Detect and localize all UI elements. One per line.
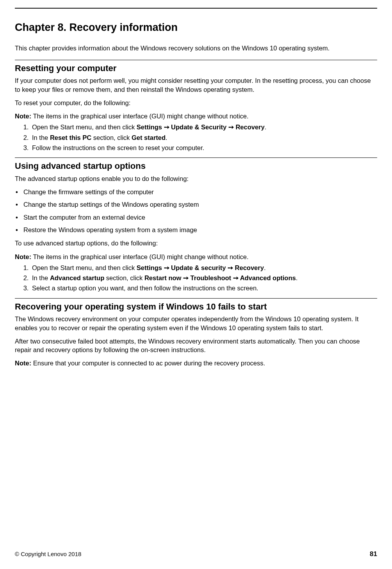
sec3-para1: The Windows recovery environment on your… [15, 315, 377, 332]
sec2-para1: The advanced startup options enable you … [15, 174, 377, 183]
bold-text: Restart now [144, 274, 181, 281]
sec1-para2: To reset your computer, do the following… [15, 98, 377, 107]
note-label: Note: [15, 360, 31, 367]
sec1-note: Note: The items in the graphical user in… [15, 112, 377, 120]
text: section, click [91, 134, 132, 141]
bold-text: Update & Security [171, 123, 226, 131]
text: Open the Start menu, and then click [32, 264, 137, 271]
text: . [264, 264, 266, 271]
sec1-step1: Open the Start menu, and then click Sett… [30, 123, 377, 131]
bold-text: Advanced options [240, 274, 296, 281]
text: In the [32, 134, 50, 141]
note-label: Note: [15, 253, 31, 260]
bold-text: Settings [137, 123, 162, 131]
text: section, click [104, 274, 144, 281]
chapter-title: Chapter 8. Recovery information [15, 20, 377, 34]
sec2-para2: To use advanced startup options, do the … [15, 239, 377, 247]
arrow-icon: ➙ [226, 264, 235, 271]
sec2-bullets: Change the firmware settings of the comp… [15, 188, 377, 234]
sec3-heading: Recovering your operating system if Wind… [15, 301, 377, 313]
note-text: The items in the graphical user interfac… [31, 113, 248, 120]
page-footer: © Copyright Lenovo 2018 81 [15, 550, 377, 559]
text: . [166, 134, 167, 141]
text: . [296, 274, 298, 281]
sec1-steps: Open the Start menu, and then click Sett… [15, 123, 377, 152]
sec2-bullet: Change the firmware settings of the comp… [15, 188, 377, 196]
bold-text: Settings [137, 264, 162, 271]
sec2-bullet: Restore the Windows operating system fro… [15, 225, 377, 234]
note-text: Ensure that your computer is connected t… [31, 360, 265, 367]
top-rule [15, 8, 377, 9]
page: Chapter 8. Recovery information This cha… [0, 0, 392, 569]
sec2-bullet: Change the startup settings of the Windo… [15, 200, 377, 209]
bold-text: Advanced startup [50, 274, 104, 281]
sec1-step3: Follow the instructions on the screen to… [30, 143, 377, 152]
sec2-steps: Open the Start menu, and then click Sett… [15, 263, 377, 293]
bold-text: Update & security [171, 264, 226, 271]
bold-text: Recovery [235, 123, 264, 131]
text: . [265, 123, 267, 131]
intro-paragraph: This chapter provides information about … [15, 44, 377, 52]
arrow-icon: ➙ [226, 123, 235, 131]
section-rule [15, 60, 377, 60]
bold-text: Recovery [235, 264, 264, 271]
sec3-para2: After two consecutive failed boot attemp… [15, 337, 377, 354]
sec1-para1: If your computer does not perform well, … [15, 76, 377, 94]
sec2-bullet: Start the computer from an external devi… [15, 213, 377, 222]
bold-text: Troubleshoot [191, 274, 232, 281]
arrow-icon: ➙ [162, 123, 171, 131]
sec2-note: Note: The items in the graphical user in… [15, 252, 377, 261]
arrow-icon: ➙ [162, 264, 171, 271]
copyright: © Copyright Lenovo 2018 [15, 550, 81, 558]
note-text: The items in the graphical user interfac… [31, 253, 248, 260]
bold-text: Get started [132, 134, 166, 141]
sec3-note: Note: Ensure that your computer is conne… [15, 359, 377, 367]
arrow-icon: ➙ [231, 274, 240, 281]
sec1-step2: In the Reset this PC section, click Get … [30, 133, 377, 142]
text: In the [32, 274, 50, 281]
section-rule [15, 157, 377, 158]
sec2-step3: Select a startup option you want, and th… [30, 284, 377, 292]
section-rule [15, 298, 377, 299]
arrow-icon: ➙ [181, 274, 190, 281]
note-label: Note: [15, 113, 31, 120]
text: Open the Start menu, and then click [32, 123, 137, 131]
sec1-heading: Resetting your computer [15, 63, 377, 74]
bold-text: Reset this PC [50, 134, 91, 141]
sec2-heading: Using advanced startup options [15, 160, 377, 172]
sec2-step2: In the Advanced startup section, click R… [30, 274, 377, 282]
page-number: 81 [370, 550, 377, 559]
sec2-step1: Open the Start menu, and then click Sett… [30, 263, 377, 272]
